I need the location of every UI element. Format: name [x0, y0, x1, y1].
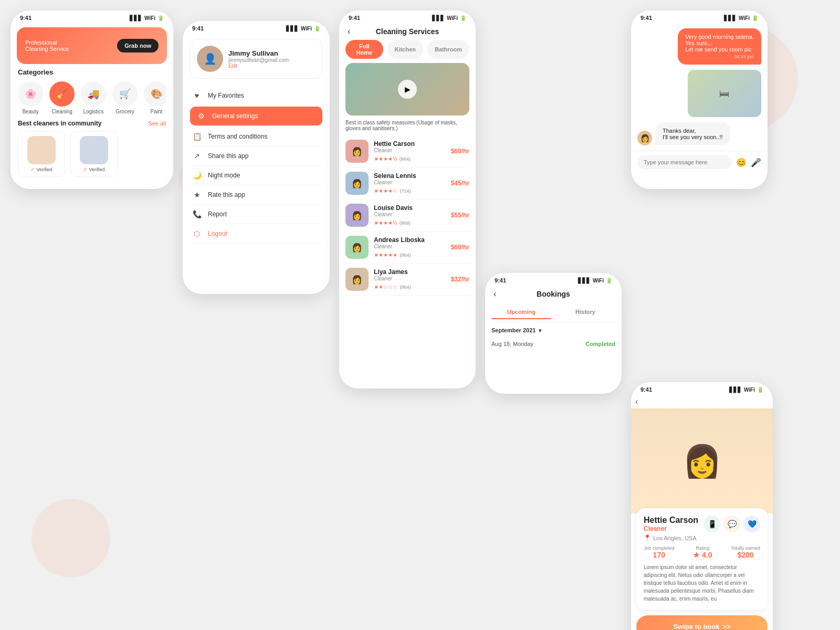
wifi-icon-3: WiFi: [447, 15, 458, 21]
cat-beauty[interactable]: 🌸 Beauty: [18, 81, 43, 114]
swipe-to-book-button[interactable]: Swipe to book >>: [636, 615, 768, 630]
time-4: 9:41: [495, 277, 506, 284]
cleaning-services-header: ‹ Cleaning Services: [339, 23, 476, 40]
phone-home: 9:41 ▋▋▋ WiFi 🔋 ProfessionalCleaning Ser…: [10, 10, 173, 189]
menu-favorites[interactable]: ♥ My Favorites: [190, 86, 322, 106]
battery-icon-2: 🔋: [314, 26, 320, 32]
signal-icon-5: ▋▋▋: [724, 15, 737, 21]
wifi-icon-5: WiFi: [739, 15, 750, 21]
cleaner-andreas-avatar: 👩: [345, 236, 369, 259]
stat-earned-value: $200: [731, 551, 760, 559]
chat-image-msg: 🛏: [688, 70, 761, 117]
stat-rating-label: Rating: [693, 545, 712, 551]
bookmark-button[interactable]: 💙: [743, 516, 760, 532]
filter-full-home[interactable]: Full Home: [345, 40, 383, 59]
menu-general-settings[interactable]: ⚙ General settings: [190, 107, 322, 126]
cleaner-andreas-role: Cleaner: [374, 244, 446, 249]
cleaner-louise-name: Louise Davis: [374, 204, 446, 212]
time-6: 9:41: [640, 386, 652, 393]
room-image: 🛏: [688, 70, 761, 117]
cat-grocery[interactable]: 🛒 Grocery: [112, 81, 138, 114]
cat-logistics[interactable]: 🚚 Logistics: [81, 81, 106, 114]
cat-paint-icon: 🎨: [144, 81, 166, 107]
status-bar-1: 9:41 ▋▋▋ WiFi 🔋: [10, 10, 173, 23]
menu-rate[interactable]: ★ Rate this app: [190, 185, 322, 205]
tab-upcoming[interactable]: Upcoming: [491, 306, 551, 319]
chat-text-received-1: Thanks dear,I'll see you very soon..!!: [655, 122, 730, 145]
cleaner-selena-name: Selena Lennis: [374, 172, 446, 180]
bookings-title: Bookings: [537, 290, 570, 298]
chat-area: Very good morning selena.Yes sure...Let …: [631, 23, 768, 151]
grab-now-button[interactable]: Grab now: [117, 39, 159, 52]
back-button-3[interactable]: ‹: [348, 27, 350, 36]
tab-history[interactable]: History: [555, 306, 615, 319]
booking-date-1: Aug 18, Monday: [491, 341, 533, 347]
battery-icon-5: 🔋: [752, 15, 758, 21]
booking-entry-1[interactable]: Aug 18, Monday Completed: [485, 338, 622, 350]
list-item-hettie[interactable]: 👩 Hettie Carson Cleaner ★★★★½ (864) $60/…: [345, 135, 469, 167]
stat-rating-value: ★ 4.0: [693, 551, 712, 559]
back-button-6[interactable]: ‹: [635, 397, 638, 406]
menu-night-mode[interactable]: 🌙 Night mode: [190, 166, 322, 185]
see-all-link[interactable]: See all: [148, 120, 166, 127]
profile-edit-link[interactable]: Edit: [228, 63, 289, 69]
cleaners-row: ✓ Verified ✓ Verified: [18, 131, 166, 177]
emoji-icon[interactable]: 😊: [736, 158, 747, 167]
cleaner-card-2[interactable]: ✓ Verified: [70, 131, 118, 177]
cleaner-liya-name: Liya James: [374, 268, 446, 276]
status-icons-2: ▋▋▋ WiFi 🔋: [286, 26, 320, 32]
time-2: 9:41: [192, 25, 204, 32]
chat-input[interactable]: [637, 155, 732, 169]
status-bar-3: 9:41 ▋▋▋ WiFi 🔋: [339, 10, 476, 23]
cat-beauty-icon: 🌸: [18, 81, 43, 107]
best-cleaners-header: Best cleaners in community See all: [18, 120, 166, 127]
profile-avatar: 👤: [197, 46, 223, 72]
phone-cleaner-detail: 9:41 ▋▋▋ WiFi 🔋 ‹ 👩 Hettie Carson Cleane…: [631, 382, 773, 630]
cleaner-description: Lorem ipsum dolor sit amet, consectetur …: [644, 563, 760, 603]
menu-terms[interactable]: 📋 Terms and conditions: [190, 127, 322, 146]
action-btns: 📱 💬 💙: [704, 516, 760, 532]
menu-logout[interactable]: ⬡ Logout: [190, 224, 322, 244]
menu-share[interactable]: ↗ Share this app: [190, 146, 322, 166]
mic-icon[interactable]: 🎤: [751, 158, 761, 167]
chat-button[interactable]: 💬: [723, 516, 740, 532]
cleaner-liya-role: Cleaner: [374, 276, 446, 281]
cleaner-hettie-name: Hettie Carson: [374, 140, 446, 148]
cat-cleaning[interactable]: 🧹 Cleaning: [49, 81, 75, 114]
swipe-btn-label: Swipe to book: [673, 623, 719, 630]
list-item-selena[interactable]: 👩 Selena Lennis Cleaner ★★★★☆ (724) $45/…: [345, 167, 469, 200]
play-button[interactable]: ▶: [398, 80, 417, 99]
signal-icon: ▋▋▋: [130, 15, 142, 21]
cleaner-profile-name: Hettie Carson: [644, 516, 698, 525]
phone-bookings: 9:41 ▋▋▋ WiFi 🔋 ‹ Bookings Upcoming Hist…: [485, 273, 622, 394]
location-icon: 📍: [644, 534, 651, 541]
signal-icon-2: ▋▋▋: [286, 26, 299, 32]
stat-rating: Rating ★ 4.0: [693, 545, 712, 559]
bookings-header: ‹ Bookings: [485, 286, 622, 302]
cleaner-louise-role: Cleaner: [374, 212, 446, 217]
cat-paint[interactable]: 🎨 Paint: [144, 81, 166, 114]
list-item-andreas[interactable]: 👩 Andreas Liboska Cleaner ★★★★★ (864) $6…: [345, 232, 469, 264]
wifi-icon-6: WiFi: [744, 387, 755, 393]
best-cleaners-section: Best cleaners in community See all ✓ Ver…: [10, 114, 173, 177]
back-button-4[interactable]: ‹: [494, 289, 496, 299]
cleaner-list: 👩 Hettie Carson Cleaner ★★★★½ (864) $60/…: [339, 135, 476, 296]
cleaner-louise-avatar: 👩: [345, 204, 369, 227]
chevron-down-icon: ▾: [539, 328, 541, 333]
menu-report[interactable]: 📞 Report: [190, 205, 322, 224]
moon-icon: 🌙: [192, 171, 202, 180]
cleaner-hettie-rate: $60/hr: [451, 148, 469, 155]
rate-label: Rate this app: [208, 191, 245, 198]
filter-bathroom[interactable]: Bathroom: [427, 40, 469, 59]
list-item-liya[interactable]: 👩 Liya James Cleaner ★★☆☆☆ (864) $32/hr: [345, 264, 469, 296]
call-button[interactable]: 📱: [704, 516, 720, 532]
banner-caption: Best in class safety measures (Usage of …: [339, 120, 476, 135]
phone-cleaning-services: 9:41 ▋▋▋ WiFi 🔋 ‹ Cleaning Services Full…: [339, 10, 476, 388]
cleaner-hettie-reviews: (864): [400, 156, 411, 162]
cleaner-louise-reviews: (669): [400, 220, 411, 226]
filter-kitchen[interactable]: Kitchen: [387, 40, 423, 59]
cleaner-hettie-stars: ★★★★½: [374, 156, 397, 162]
gear-icon: ⚙: [196, 112, 206, 120]
list-item-louise[interactable]: 👩 Louise Davis Cleaner ★★★★½ (669) $55/h…: [345, 200, 469, 232]
cleaner-card-1[interactable]: ✓ Verified: [18, 131, 65, 177]
